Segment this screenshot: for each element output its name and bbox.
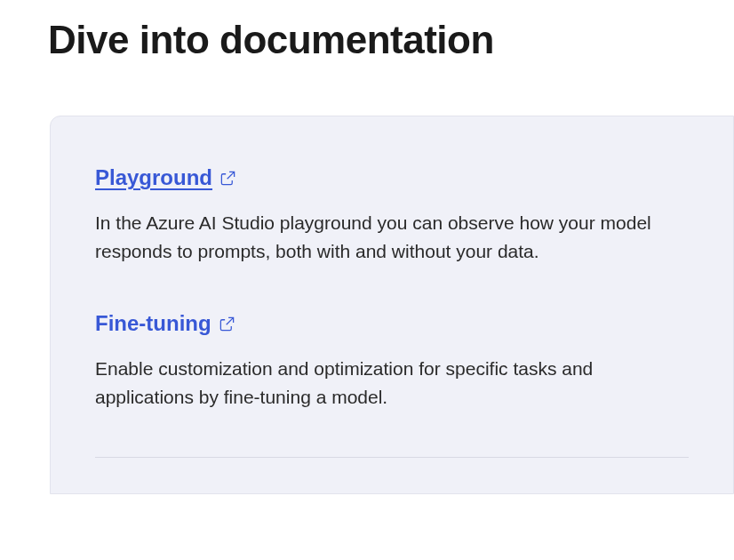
fine-tuning-link-text: Fine-tuning: [95, 311, 211, 337]
page-container: Dive into documentation Playground In th…: [0, 18, 734, 494]
page-title: Dive into documentation: [48, 18, 734, 62]
playground-link-text: Playground: [95, 165, 212, 191]
playground-link[interactable]: Playground: [95, 165, 236, 191]
fine-tuning-description: Enable customization and optimization fo…: [95, 355, 682, 412]
external-link-icon: [219, 170, 236, 187]
documentation-card: Playground In the Azure AI Studio playgr…: [50, 116, 734, 494]
section-divider: [95, 457, 689, 458]
doc-item-playground: Playground In the Azure AI Studio playgr…: [95, 165, 689, 267]
playground-description: In the Azure AI Studio playground you ca…: [95, 209, 682, 267]
doc-item-fine-tuning: Fine-tuning Enable customization and opt…: [95, 311, 689, 412]
external-link-icon: [219, 316, 235, 332]
fine-tuning-link[interactable]: Fine-tuning: [95, 311, 235, 337]
